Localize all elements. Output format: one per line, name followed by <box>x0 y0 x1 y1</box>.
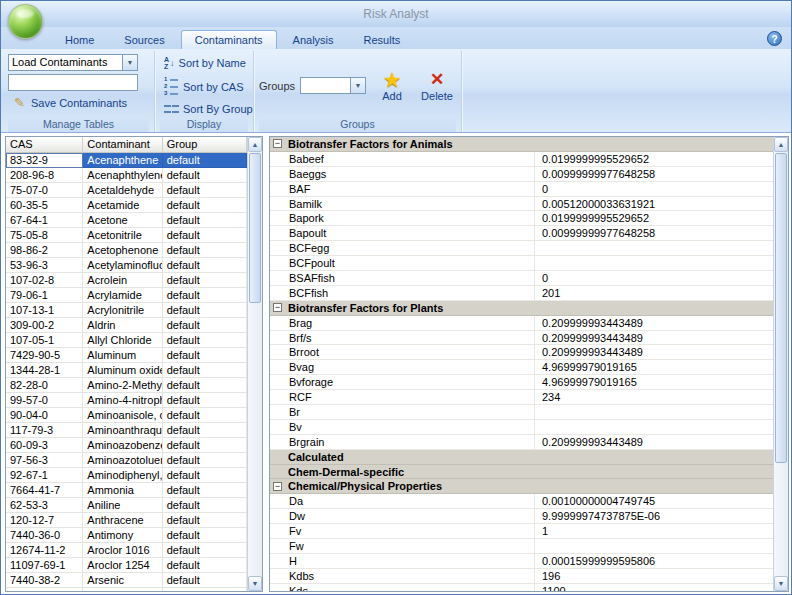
cell-cas[interactable]: 107-05-1 <box>6 333 83 348</box>
cell-group[interactable]: default <box>163 513 247 528</box>
cell-contaminant[interactable]: Aminoanthraquin <box>83 423 162 438</box>
property-value[interactable]: 0.209999993443489 <box>535 331 773 345</box>
table-row[interactable]: 12674-11-2Aroclor 1016default <box>6 543 247 558</box>
property-row[interactable]: H0.00015999999595806 <box>270 554 773 569</box>
cell-group[interactable]: default <box>163 213 247 228</box>
cell-group[interactable]: default <box>163 348 247 363</box>
property-value[interactable]: 0.209999993443489 <box>535 345 773 359</box>
cell-cas[interactable]: 7440-38-2 <box>6 573 83 588</box>
table-row[interactable]: 7440-36-0Antimonydefault <box>6 528 247 543</box>
property-value[interactable]: 0.00100000004749745 <box>535 494 773 508</box>
cell-group[interactable]: default <box>163 408 247 423</box>
cell-contaminant[interactable]: Amino-4-nitrophe <box>83 393 162 408</box>
table-row[interactable]: 11097-69-1Aroclor 1254default <box>6 558 247 573</box>
table-row[interactable]: 75-05-8Acetonitriledefault <box>6 228 247 243</box>
property-value[interactable] <box>535 241 773 255</box>
cell-cas[interactable]: 75-05-8 <box>6 228 83 243</box>
property-row[interactable]: Dw9.99999974737875E-06 <box>270 509 773 524</box>
chevron-down-icon[interactable]: ▼ <box>350 78 365 93</box>
collapse-icon[interactable]: − <box>273 139 282 148</box>
property-value[interactable]: 0 <box>535 182 773 196</box>
property-row[interactable]: BCFpoult <box>270 256 773 271</box>
cell-group[interactable]: default <box>163 528 247 543</box>
cell-contaminant[interactable]: Acenaphthylene <box>83 168 162 183</box>
table-name-input[interactable] <box>8 74 138 91</box>
tab-analysis[interactable]: Analysis <box>279 30 348 49</box>
property-row[interactable]: Bv <box>270 420 773 435</box>
tab-results[interactable]: Results <box>350 30 415 49</box>
property-row[interactable]: Da0.00100000004749745 <box>270 494 773 509</box>
scroll-down-icon[interactable]: ▼ <box>774 576 788 591</box>
cell-contaminant[interactable]: Acetone <box>83 213 162 228</box>
table-row[interactable]: 7429-90-5Aluminumdefault <box>6 348 247 363</box>
cell-contaminant[interactable]: Atrazine <box>83 588 162 591</box>
cell-group[interactable]: default <box>163 393 247 408</box>
cell-contaminant[interactable]: Aroclor 1254 <box>83 558 162 573</box>
property-value[interactable]: 196 <box>535 569 773 583</box>
save-contaminants-button[interactable]: ✎ Save Contaminants <box>8 94 149 111</box>
cell-cas[interactable]: 120-12-7 <box>6 513 83 528</box>
property-section-header[interactable]: −Biotransfer Factors for Animals <box>270 137 773 152</box>
property-grid-scrollbar[interactable]: ▲ ▼ <box>773 137 788 591</box>
property-row[interactable]: BSAFfish0 <box>270 271 773 286</box>
cell-contaminant[interactable]: Aldrin <box>83 318 162 333</box>
tab-sources[interactable]: Sources <box>110 30 178 49</box>
property-row[interactable]: Brgrain0.209999993443489 <box>270 435 773 450</box>
property-row[interactable]: Baeggs0.00999999977648258 <box>270 167 773 182</box>
cell-contaminant[interactable]: Acetamide <box>83 198 162 213</box>
cell-contaminant[interactable]: Ammonia <box>83 483 162 498</box>
cell-cas[interactable]: 99-57-0 <box>6 393 83 408</box>
cell-group[interactable]: default <box>163 228 247 243</box>
cell-group[interactable]: default <box>163 423 247 438</box>
property-row[interactable]: Bapork0.0199999995529652 <box>270 211 773 226</box>
property-value[interactable]: 0.209999993443489 <box>535 316 773 330</box>
property-value[interactable]: 4.96999979019165 <box>535 375 773 389</box>
property-row[interactable]: Bvag4.96999979019165 <box>270 360 773 375</box>
cell-contaminant[interactable]: Acenaphthene <box>83 153 162 168</box>
cell-contaminant[interactable]: Aniline <box>83 498 162 513</box>
property-row[interactable]: Br <box>270 405 773 420</box>
cell-contaminant[interactable]: Amino-2-Methylal <box>83 378 162 393</box>
property-value[interactable]: 0.00512000033631921 <box>535 197 773 211</box>
table-row[interactable]: 97-56-3Aminoazotoluenedefault <box>6 453 247 468</box>
cell-group[interactable]: default <box>163 468 247 483</box>
cell-cas[interactable]: 62-53-3 <box>6 498 83 513</box>
property-value[interactable]: 201 <box>535 286 773 300</box>
cell-cas[interactable]: 7440-36-0 <box>6 528 83 543</box>
cell-contaminant[interactable]: Aroclor 1016 <box>83 543 162 558</box>
add-group-button[interactable]: ★ Add <box>373 66 411 105</box>
table-row[interactable]: 83-32-9Acenaphthenedefault <box>6 153 247 168</box>
cell-contaminant[interactable]: Acetonitrile <box>83 228 162 243</box>
property-section-header[interactable]: Calculated <box>270 450 773 465</box>
cell-group[interactable]: default <box>163 543 247 558</box>
property-section-header[interactable]: −Biotransfer Factors for Plants <box>270 301 773 316</box>
table-row[interactable]: 1344-28-1Aluminum oxidedefault <box>6 363 247 378</box>
cell-cas[interactable]: 208-96-8 <box>6 168 83 183</box>
table-row[interactable]: 117-79-3Aminoanthraquindefault <box>6 423 247 438</box>
cell-contaminant[interactable]: Acrolein <box>83 273 162 288</box>
table-row[interactable]: 107-13-1Acrylonitriledefault <box>6 303 247 318</box>
cell-group[interactable]: default <box>163 198 247 213</box>
cell-cas[interactable]: 92-67-1 <box>6 468 83 483</box>
sort-by-group-button[interactable]: Sort By Group <box>160 101 248 117</box>
table-row[interactable]: 7440-38-2Arsenicdefault <box>6 573 247 588</box>
cell-group[interactable]: default <box>163 558 247 573</box>
cell-group[interactable]: default <box>163 273 247 288</box>
cell-contaminant[interactable]: Antimony <box>83 528 162 543</box>
table-row[interactable]: 309-00-2Aldrindefault <box>6 318 247 333</box>
cell-contaminant[interactable]: Acetophenone <box>83 243 162 258</box>
scroll-up-icon[interactable]: ▲ <box>774 137 788 152</box>
property-value[interactable]: 0.00999999977648258 <box>535 226 773 240</box>
property-row[interactable]: Fw <box>270 539 773 554</box>
table-row[interactable]: 92-67-1Aminodiphenyl, 4default <box>6 468 247 483</box>
cell-cas[interactable]: 107-02-8 <box>6 273 83 288</box>
property-value[interactable] <box>535 405 773 419</box>
property-value[interactable]: 0.0199999995529652 <box>535 211 773 225</box>
property-section-header[interactable]: Chem-Dermal-specific <box>270 465 773 480</box>
cell-group[interactable]: default <box>163 153 247 168</box>
table-row[interactable]: 208-96-8Acenaphthylenedefault <box>6 168 247 183</box>
property-value[interactable]: 0 <box>535 271 773 285</box>
property-row[interactable]: Kdbs196 <box>270 569 773 584</box>
property-value[interactable]: 0.00999999977648258 <box>535 167 773 181</box>
collapse-icon[interactable]: − <box>273 303 282 312</box>
